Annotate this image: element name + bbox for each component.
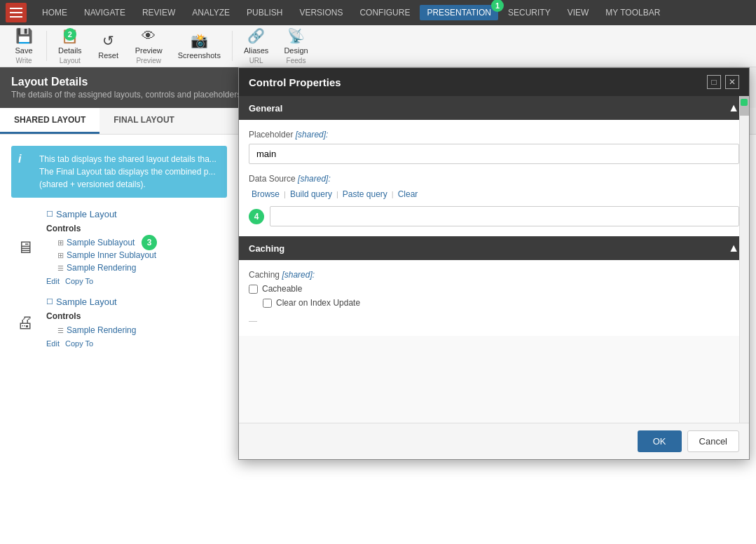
toolbar-details-button[interactable]: 2 📋 Details Layout <box>51 28 89 64</box>
aliases-label: Aliases <box>244 46 268 55</box>
section-general-collapse-icon: ▲ <box>728 102 739 114</box>
edit-link-default[interactable]: Edit <box>46 277 60 285</box>
dialog-footer: OK Cancel <box>239 423 749 459</box>
tree-badge: 3 <box>142 235 157 250</box>
save-icon: 💾 <box>15 27 33 44</box>
menu-item-configure[interactable]: CONFIGURE <box>352 5 417 20</box>
dialog-header: Control Properties □ ✕ <box>239 68 749 96</box>
menu-item-navigate[interactable]: NAVIGATE <box>77 5 132 20</box>
desktop-icon: 🖥 <box>11 233 39 261</box>
clear-on-index-checkbox[interactable] <box>263 299 272 308</box>
reset-icon: ↺ <box>102 32 114 49</box>
toolbar-separator-2 <box>232 31 233 61</box>
main-area: Layout Details The details of the assign… <box>0 67 756 544</box>
menu-bar: HOME NAVIGATE REVIEW ANALYZE PUBLISH VER… <box>0 0 756 25</box>
layout-name-print[interactable]: Sample Layout <box>46 297 227 307</box>
edit-link-print[interactable]: Edit <box>46 339 60 348</box>
preview-sublabel: Preview <box>136 57 161 64</box>
design-icon: 📡 <box>287 27 305 44</box>
datasource-input[interactable] <box>270 206 739 226</box>
menu-item-analyze[interactable]: ANALYZE <box>185 5 237 20</box>
save-sublabel: Write <box>15 57 32 64</box>
toolbar: 💾 Save Write 2 📋 Details Layout ↺ Reset … <box>0 25 756 67</box>
dialog-maximize-button[interactable]: □ <box>707 75 721 89</box>
menu-item-publish[interactable]: PUBLISH <box>240 5 289 20</box>
clear-on-index-label: Clear on Index Update <box>276 298 360 308</box>
menu-item-security[interactable]: SECURITY <box>501 5 558 20</box>
datasource-label: Data Source [shared]: <box>249 174 739 184</box>
controls-label-default: Controls <box>46 224 227 233</box>
toolbar-screenshots-button[interactable]: 📸 Screenshots <box>171 28 228 64</box>
menu-item-home[interactable]: HOME <box>35 5 74 20</box>
tree-indent-print: Sample Rendering <box>46 324 227 336</box>
item-actions-print: Edit Copy To <box>46 339 227 348</box>
toolbar-design-button[interactable]: 📡 Design Feeds <box>277 28 315 64</box>
cancel-button[interactable]: Cancel <box>687 430 739 452</box>
clear-on-index-row: Clear on Index Update <box>249 298 739 308</box>
build-query-link[interactable]: Build query <box>287 188 335 200</box>
design-label: Design <box>284 46 308 55</box>
aliases-icon: 🔗 <box>247 27 265 44</box>
layout-details-subtitle: The details of the assigned layouts, con… <box>11 90 244 100</box>
section-header-caching[interactable]: Caching ▲ <box>239 236 749 260</box>
layout-item-print: 🖨 Sample Layout Controls Sample Renderin… <box>11 297 227 348</box>
clear-link[interactable]: Clear <box>395 188 421 200</box>
printer-icon: 🖨 <box>11 308 39 336</box>
info-box-text: This tab displays the shared layout deta… <box>39 153 217 191</box>
menu-item-presentation[interactable]: PRESENTATION 1 <box>420 5 498 20</box>
placeholder-label: Placeholder [shared]: <box>249 130 739 140</box>
tree-indent-default: Sample Sublayout 3 Sample Inner Sublayou… <box>46 236 227 274</box>
details-sublabel: Layout <box>60 57 81 64</box>
green-indicator <box>741 99 748 106</box>
details-badge: 2 <box>64 28 76 41</box>
hamburger-menu[interactable] <box>6 3 27 22</box>
preview-label: Preview <box>135 46 163 55</box>
toolbar-preview-button[interactable]: 👁 Preview Preview <box>128 28 170 64</box>
paste-query-link[interactable]: Paste query <box>340 188 390 200</box>
info-box: i This tab displays the shared layout de… <box>11 146 227 198</box>
section-caching-label: Caching <box>249 243 284 254</box>
dialog-close-button[interactable]: ✕ <box>725 75 739 89</box>
menu-item-versions[interactable]: VERSIONS <box>292 5 350 20</box>
tab-final-layout[interactable]: FINAL LAYOUT <box>99 108 188 134</box>
item-actions-default: Edit Copy To <box>46 277 227 285</box>
copyto-link-default[interactable]: Copy To <box>65 277 93 285</box>
sublayout-inner[interactable]: Sample Inner Sublayout <box>57 249 227 261</box>
scrollbar[interactable] <box>739 96 749 423</box>
placeholder-input[interactable] <box>249 144 739 164</box>
ok-button[interactable]: OK <box>638 430 682 452</box>
rendering-print[interactable]: Sample Rendering <box>57 324 227 336</box>
toolbar-reset-button[interactable]: ↺ Reset <box>90 28 127 64</box>
rendering-sample[interactable]: Sample Rendering <box>57 261 227 274</box>
section-header-general[interactable]: General ▲ <box>239 96 749 120</box>
copyto-link-print[interactable]: Copy To <box>65 339 93 348</box>
screenshots-label: Screenshots <box>178 51 221 60</box>
cacheable-checkbox[interactable] <box>249 285 258 294</box>
control-properties-dialog: Control Properties □ ✕ General ▲ <box>238 67 750 460</box>
menu-item-mytoolbar[interactable]: MY TOOLBAR <box>598 5 667 20</box>
menu-item-review[interactable]: REVIEW <box>135 5 182 20</box>
menu-item-view[interactable]: VIEW <box>561 5 596 20</box>
layout-item-default: 🖥 Sample Layout Controls Sample Sublayou… <box>11 209 227 285</box>
sublayout-sample[interactable]: Sample Sublayout 3 <box>57 236 227 249</box>
info-icon: i <box>18 153 32 191</box>
dialog-title: Control Properties <box>249 76 341 88</box>
aliases-sublabel: URL <box>249 57 263 64</box>
save-label: Save <box>15 46 32 55</box>
toolbar-separator-1 <box>46 31 47 61</box>
toolbar-save-button[interactable]: 💾 Save Write <box>6 28 42 64</box>
layout-name-default[interactable]: Sample Layout <box>46 209 227 219</box>
layout-tree: i This tab displays the shared layout de… <box>0 135 238 544</box>
section-general-content: Placeholder [shared]: Data Source [share… <box>239 120 749 236</box>
tab-shared-layout[interactable]: SHARED LAYOUT <box>0 108 99 134</box>
reset-label: Reset <box>98 51 118 60</box>
browse-link[interactable]: Browse <box>249 188 282 200</box>
section-caching-content: Caching [shared]: Cacheable Clear on Ind… <box>239 260 749 336</box>
layout-details-title: Layout Details <box>11 76 244 88</box>
datasource-links: Browse | Build query | Paste query | Cle… <box>249 188 739 200</box>
details-label: Details <box>58 46 82 55</box>
dialog-window-buttons: □ ✕ <box>707 75 739 89</box>
dialog-body: General ▲ Placeholder [shared]: Data Sou… <box>239 96 749 423</box>
toolbar-aliases-button[interactable]: 🔗 Aliases URL <box>237 28 275 64</box>
cacheable-row: Cacheable <box>249 284 739 294</box>
